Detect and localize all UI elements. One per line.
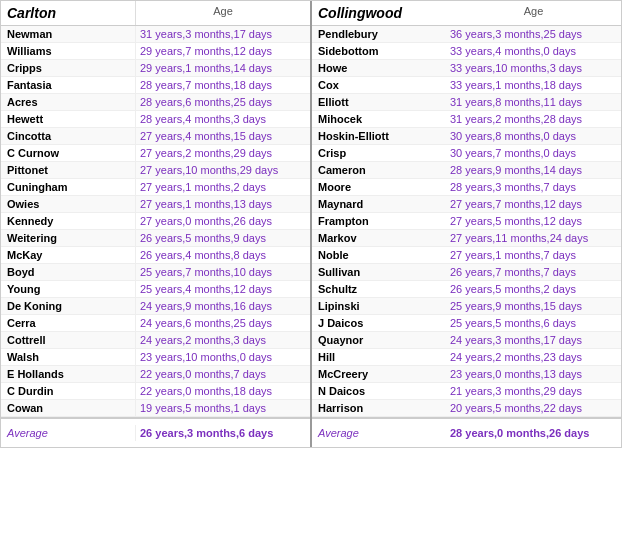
collingwood-age-header: Age (446, 1, 621, 25)
player-age: 27 years,2 months,29 days (135, 145, 310, 161)
player-name: Cox (312, 77, 446, 93)
player-name: Sidebottom (312, 43, 446, 59)
table-row: Elliott 31 years,8 months,11 days (312, 94, 621, 111)
player-age: 24 years,2 months,23 days (446, 349, 621, 365)
table-row: Kennedy 27 years,0 months,26 days (1, 213, 310, 230)
player-age: 27 years,5 months,12 days (446, 213, 621, 229)
player-name: Lipinski (312, 298, 446, 314)
player-name: Owies (1, 196, 135, 212)
player-age: 27 years,1 months,13 days (135, 196, 310, 212)
player-age: 28 years,9 months,14 days (446, 162, 621, 178)
table-row: Cameron 28 years,9 months,14 days (312, 162, 621, 179)
player-age: 33 years,4 months,0 days (446, 43, 621, 59)
table-row: Weitering 26 years,5 months,9 days (1, 230, 310, 247)
table-row: J Daicos 25 years,5 months,6 days (312, 315, 621, 332)
player-age: 25 years,9 months,15 days (446, 298, 621, 314)
table-row: Williams 29 years,7 months,12 days (1, 43, 310, 60)
table-row: Owies 27 years,1 months,13 days (1, 196, 310, 213)
player-age: 23 years,0 months,13 days (446, 366, 621, 382)
player-age: 30 years,7 months,0 days (446, 145, 621, 161)
player-name: Quaynor (312, 332, 446, 348)
collingwood-header: Collingwood Age (312, 1, 621, 26)
table-row: Harrison 20 years,5 months,22 days (312, 400, 621, 417)
player-age: 31 years,3 months,17 days (135, 26, 310, 42)
player-age: 21 years,3 months,29 days (446, 383, 621, 399)
table-row: Cuningham 27 years,1 months,2 days (1, 179, 310, 196)
table-row: Markov 27 years,11 months,24 days (312, 230, 621, 247)
player-age: 33 years,1 months,18 days (446, 77, 621, 93)
table-row: Howe 33 years,10 months,3 days (312, 60, 621, 77)
player-name: Hill (312, 349, 446, 365)
player-age: 26 years,5 months,2 days (446, 281, 621, 297)
player-age: 19 years,5 months,1 days (135, 400, 310, 416)
player-name: Young (1, 281, 135, 297)
table-row: Sullivan 26 years,7 months,7 days (312, 264, 621, 281)
table-row: Hill 24 years,2 months,23 days (312, 349, 621, 366)
table-row: Cox 33 years,1 months,18 days (312, 77, 621, 94)
player-age: 31 years,8 months,11 days (446, 94, 621, 110)
player-name: N Daicos (312, 383, 446, 399)
table-row: Cincotta 27 years,4 months,15 days (1, 128, 310, 145)
player-age: 28 years,7 months,18 days (135, 77, 310, 93)
player-name: Cottrell (1, 332, 135, 348)
table-row: Acres 28 years,6 months,25 days (1, 94, 310, 111)
table-row: C Curnow 27 years,2 months,29 days (1, 145, 310, 162)
player-name: Harrison (312, 400, 446, 416)
player-age: 28 years,3 months,7 days (446, 179, 621, 195)
table-row: Noble 27 years,1 months,7 days (312, 247, 621, 264)
player-age: 29 years,7 months,12 days (135, 43, 310, 59)
player-name: McKay (1, 247, 135, 263)
player-age: 24 years,3 months,17 days (446, 332, 621, 348)
table-row: Quaynor 24 years,3 months,17 days (312, 332, 621, 349)
player-name: Markov (312, 230, 446, 246)
player-name: Cameron (312, 162, 446, 178)
table-row: Cowan 19 years,5 months,1 days (1, 400, 310, 417)
player-name: Howe (312, 60, 446, 76)
player-age: 23 years,10 months,0 days (135, 349, 310, 365)
player-age: 27 years,1 months,7 days (446, 247, 621, 263)
player-name: E Hollands (1, 366, 135, 382)
player-name: Pendlebury (312, 26, 446, 42)
player-name: Kennedy (1, 213, 135, 229)
player-age: 24 years,9 months,16 days (135, 298, 310, 314)
table-row: Fantasia 28 years,7 months,18 days (1, 77, 310, 94)
player-name: Walsh (1, 349, 135, 365)
player-name: Cerra (1, 315, 135, 331)
table-row: Cerra 24 years,6 months,25 days (1, 315, 310, 332)
carlton-footer: Average 26 years,3 months,6 days (1, 417, 310, 447)
player-name: Newman (1, 26, 135, 42)
player-name: Moore (312, 179, 446, 195)
player-name: Cowan (1, 400, 135, 416)
player-name: Williams (1, 43, 135, 59)
player-name: Pittonet (1, 162, 135, 178)
player-name: C Curnow (1, 145, 135, 161)
player-name: Noble (312, 247, 446, 263)
player-name: De Koning (1, 298, 135, 314)
table-row: Newman 31 years,3 months,17 days (1, 26, 310, 43)
table-row: Pittonet 27 years,10 months,29 days (1, 162, 310, 179)
player-age: 25 years,5 months,6 days (446, 315, 621, 331)
player-name: Boyd (1, 264, 135, 280)
player-name: Cripps (1, 60, 135, 76)
player-age: 22 years,0 months,18 days (135, 383, 310, 399)
table-row: C Durdin 22 years,0 months,18 days (1, 383, 310, 400)
carlton-header: Carlton Age (1, 1, 310, 26)
table-row: Maynard 27 years,7 months,12 days (312, 196, 621, 213)
table-row: Schultz 26 years,5 months,2 days (312, 281, 621, 298)
table-row: Cottrell 24 years,2 months,3 days (1, 332, 310, 349)
table-row: Crisp 30 years,7 months,0 days (312, 145, 621, 162)
player-name: McCreery (312, 366, 446, 382)
collingwood-team: Collingwood Age Pendlebury 36 years,3 mo… (312, 1, 621, 447)
player-age: 33 years,10 months,3 days (446, 60, 621, 76)
carlton-age-header: Age (135, 1, 310, 25)
player-age: 27 years,1 months,2 days (135, 179, 310, 195)
collingwood-footer: Average 28 years,0 months,26 days (312, 417, 621, 447)
collingwood-average-label: Average (312, 425, 446, 441)
table-row: Cripps 29 years,1 months,14 days (1, 60, 310, 77)
carlton-team: Carlton Age Newman 31 years,3 months,17 … (1, 1, 312, 447)
table-row: McKay 26 years,4 months,8 days (1, 247, 310, 264)
table-row: Moore 28 years,3 months,7 days (312, 179, 621, 196)
player-name: Cincotta (1, 128, 135, 144)
table-row: McCreery 23 years,0 months,13 days (312, 366, 621, 383)
player-age: 24 years,2 months,3 days (135, 332, 310, 348)
